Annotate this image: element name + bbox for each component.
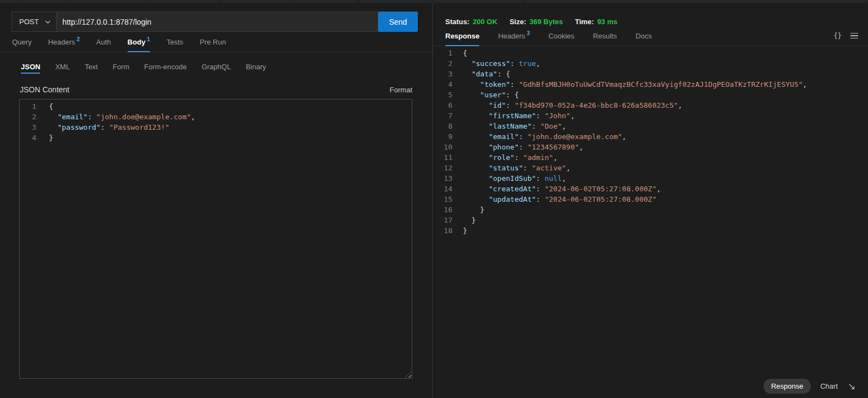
tab-count-badge: 3 — [527, 30, 530, 36]
tab-label: GraphQL — [202, 63, 231, 71]
code-line: 3 "password": "Password123!" — [20, 122, 412, 132]
line-number: 9 — [433, 131, 452, 142]
tab-label: Form — [113, 63, 129, 71]
tab-response-headers[interactable]: Headers 3 — [498, 26, 530, 46]
tab-label: Text — [85, 63, 98, 71]
tab-label: JSON — [21, 63, 40, 71]
tab-headers[interactable]: Headers 2 — [48, 32, 80, 52]
body-tab-json[interactable]: JSON — [21, 57, 40, 76]
line-number: 15 — [433, 194, 452, 204]
body-tab-text[interactable]: Text — [85, 57, 98, 76]
line-number: 2 — [20, 112, 36, 122]
request-tabs: Query Headers 2 Auth Body 1 Tests Pre Ru… — [0, 32, 432, 52]
tab-results[interactable]: Results — [593, 26, 617, 46]
tab-pre-run[interactable]: Pre Run — [200, 32, 226, 52]
code-line: 3 "data": { — [433, 69, 868, 79]
code-line: 8 "lastName": "Doe", — [433, 121, 868, 131]
size-value: 369 Bytes — [529, 18, 563, 26]
tab-label: Form-encode — [144, 63, 186, 71]
tab-label: Query — [12, 38, 31, 46]
line-number: 17 — [433, 215, 452, 225]
line-number: 5 — [433, 90, 452, 100]
line-number: 12 — [433, 163, 452, 173]
tab-label: Results — [593, 32, 617, 40]
line-number: 1 — [20, 101, 36, 112]
response-panel: Status: 200 OK Size: 369 Bytes Time: 93 … — [433, 3, 868, 398]
code-line: 2 "email": "john.doe@example.com", — [20, 112, 412, 122]
line-number: 10 — [433, 142, 452, 152]
view-response-button[interactable]: Response — [764, 379, 811, 394]
json-editor[interactable]: 1{2 "email": "john.doe@example.com",3 "p… — [19, 99, 412, 379]
time-value: 93 ms — [597, 18, 617, 26]
tab-auth[interactable]: Auth — [96, 32, 111, 52]
tab-count-badge: 2 — [77, 36, 80, 42]
tab-label: Auth — [96, 38, 111, 46]
line-number: 7 — [433, 110, 452, 121]
expand-diagonal-icon[interactable] — [847, 382, 856, 391]
code-line: 4} — [20, 132, 412, 143]
code-line: 10 "phone": "1234567890", — [433, 142, 868, 152]
request-body-code[interactable]: 1{2 "email": "john.doe@example.com",3 "p… — [20, 101, 412, 143]
code-line: 18} — [433, 225, 868, 236]
code-line: 13 "openIdSub": null, — [433, 173, 868, 184]
body-tab-form-encode[interactable]: Form-encode — [144, 57, 186, 76]
menu-icon[interactable] — [850, 33, 858, 39]
body-tab-graphql[interactable]: GraphQL — [202, 57, 231, 76]
line-number: 3 — [433, 69, 452, 79]
body-tab-xml[interactable]: XML — [55, 57, 70, 76]
tab-tests[interactable]: Tests — [167, 32, 183, 52]
line-number: 11 — [433, 152, 452, 163]
line-number: 3 — [20, 122, 36, 132]
line-number: 16 — [433, 204, 452, 215]
body-tab-binary[interactable]: Binary — [246, 57, 266, 76]
code-line: 7 "firstName": "John", — [433, 110, 868, 121]
line-number: 4 — [433, 79, 452, 90]
response-body-code: 1{2 "success": true,3 "data": {4 "token"… — [433, 46, 868, 236]
code-line: 17 } — [433, 215, 868, 225]
send-button[interactable]: Send — [378, 12, 418, 32]
tab-label: Headers — [48, 38, 75, 46]
url-input[interactable] — [57, 12, 378, 31]
json-content-header: JSON Content Format — [20, 85, 412, 94]
tab-label: Tests — [167, 38, 183, 46]
response-tab-icons: {} — [834, 26, 868, 46]
size-label: Size: — [510, 18, 526, 26]
line-number: 6 — [433, 100, 452, 110]
size-group: Size: 369 Bytes — [510, 18, 563, 26]
tab-label: Binary — [246, 63, 266, 71]
code-line: 15 "updatedAt": "2024-06-02T05:27:08.000… — [433, 194, 868, 204]
code-line: 2 "success": true, — [433, 58, 868, 69]
response-meta-row: Status: 200 OK Size: 369 Bytes Time: 93 … — [445, 18, 868, 26]
view-chart-button[interactable]: Chart — [820, 382, 838, 390]
code-line: 1{ — [433, 48, 868, 58]
tab-count-badge: 1 — [147, 36, 150, 42]
code-line: 5 "user": { — [433, 90, 868, 100]
api-client-window: POST Send Query Headers 2 Auth Bod — [0, 3, 868, 398]
tab-docs[interactable]: Docs — [635, 26, 652, 46]
resize-grip[interactable] — [405, 372, 411, 378]
time-label: Time: — [575, 18, 594, 26]
code-line: 1{ — [20, 101, 412, 112]
tab-body[interactable]: Body 1 — [128, 32, 150, 52]
format-button[interactable]: Format — [390, 86, 412, 94]
line-number: 8 — [433, 121, 452, 131]
response-view-switcher: Response Chart — [764, 379, 856, 394]
code-line: 4 "token": "GdhBfsMBJH0oTuUwCdTVmaqzBCfc… — [433, 79, 868, 90]
tab-query[interactable]: Query — [12, 32, 31, 52]
method-select[interactable]: POST — [12, 12, 57, 31]
request-panel: POST Send Query Headers 2 Auth Bod — [0, 3, 433, 398]
tab-label: Pre Run — [200, 38, 226, 46]
code-line: 9 "email": "john.doe@example.com", — [433, 131, 868, 142]
code-line: 6 "id": "f34bd970-052a-4e26-bbc8-626a586… — [433, 100, 868, 110]
tab-response[interactable]: Response — [445, 26, 479, 46]
tab-label: XML — [55, 63, 70, 71]
body-tab-form[interactable]: Form — [113, 57, 129, 76]
line-number: 18 — [433, 225, 452, 236]
format-braces-icon[interactable]: {} — [834, 32, 842, 40]
time-group: Time: 93 ms — [575, 18, 617, 26]
line-number: 2 — [433, 58, 452, 69]
tab-label: Response — [445, 32, 479, 40]
tab-label: Headers — [498, 32, 525, 40]
tab-cookies[interactable]: Cookies — [549, 26, 574, 46]
code-line: 11 "role": "admin", — [433, 152, 868, 163]
